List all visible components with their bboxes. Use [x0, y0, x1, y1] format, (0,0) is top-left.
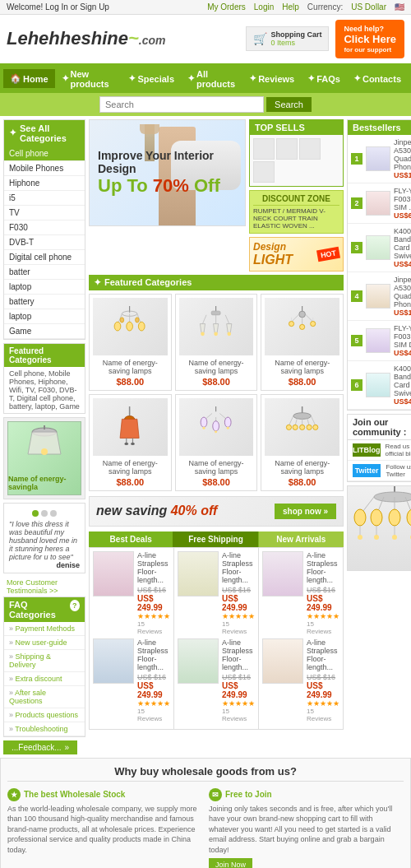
- faq-shipping[interactable]: Shipping & Delivery: [4, 650, 85, 672]
- svg-point-49: [201, 417, 207, 427]
- cart-box[interactable]: 🛒 Shopping Cart 0 Items: [246, 26, 329, 51]
- top-sell-item-4[interactable]: [253, 161, 275, 183]
- sidebar-category-game[interactable]: Game: [4, 324, 85, 339]
- deal-name-3: A-line Strapless Floor-length...: [307, 551, 339, 584]
- svg-point-74: [354, 509, 366, 526]
- nav-item-specials[interactable]: ✦ Specials: [122, 69, 181, 88]
- login-link[interactable]: Log In: [45, 2, 68, 12]
- faq-discount[interactable]: Extra discount: [4, 672, 85, 686]
- featured-product-5[interactable]: Name of energy-saving lamps $88.00: [175, 394, 258, 491]
- dot-3[interactable]: [50, 510, 57, 517]
- sidebar-category-dvbt[interactable]: DVB-T: [4, 235, 85, 250]
- dot-2[interactable]: [41, 510, 48, 517]
- help-button[interactable]: Need help? Click Here for our support: [335, 20, 404, 58]
- bs-img-1: [366, 146, 390, 171]
- nav-item-reviews[interactable]: ✦ Reviews: [242, 69, 301, 88]
- deal-item-4[interactable]: A-line Strapless Floor-length... US$ $16…: [93, 638, 170, 722]
- search-input[interactable]: [99, 96, 264, 113]
- sidebar-category-f030[interactable]: F030: [4, 220, 85, 235]
- deals-col-1: A-line Strapless Floor-length... US$ $16…: [90, 548, 174, 729]
- sidebar-promo[interactable]: Name of energy-savingla: [3, 417, 85, 499]
- deal-item-3[interactable]: A-line Strapless Floor-length... US$ $16…: [262, 551, 339, 635]
- bs-info-5: FLY-YING F003 Dual SIM Dual... US$43.68: [394, 324, 411, 357]
- signup-link[interactable]: Sign Up: [80, 2, 109, 12]
- nav-item-new-products[interactable]: ✦ New products: [55, 65, 122, 93]
- featured-product-6[interactable]: Name of energy-saving lamps $88.00: [261, 394, 344, 491]
- nav-item-all-products[interactable]: ✦ All products: [181, 65, 242, 93]
- deal-reviews-6: 15 Reviews: [307, 708, 339, 722]
- community-twitter[interactable]: Twitter Follow us on Twitter: [348, 461, 411, 481]
- sidebar-category-i5[interactable]: i5: [4, 191, 85, 206]
- shop-now-button[interactable]: shop now »: [275, 504, 336, 519]
- featured-product-1[interactable]: Name of energy-saving lamps $88.00: [89, 294, 172, 391]
- top-sell-item-2[interactable]: [276, 138, 298, 160]
- myorders-link[interactable]: My Orders: [207, 2, 246, 12]
- sidebar-category-mobiles[interactable]: Mobile Phones: [4, 161, 85, 176]
- nav-item-contacts[interactable]: ✦ Contacts: [347, 69, 408, 88]
- community-litb[interactable]: LITBlog Read us on our official blog: [348, 440, 411, 461]
- feedback-arrow-icon: »: [65, 743, 70, 752]
- svg-point-42: [125, 442, 129, 444]
- feedback-button[interactable]: ...Feedback... »: [3, 740, 77, 754]
- sidebar-category-cellphone[interactable]: Cell phone: [4, 146, 85, 161]
- bestseller-1[interactable]: 1 Jinpeng A530 Steel Quad Band Phone... …: [348, 135, 411, 183]
- deal-item-1[interactable]: A-line Strapless Floor-length... US$ $16…: [93, 551, 170, 635]
- featured-product-4[interactable]: Name of energy-saving lamps $88.00: [89, 394, 172, 491]
- svg-point-75: [371, 509, 382, 526]
- faq-products[interactable]: Products questions: [4, 708, 85, 722]
- featured-product-3[interactable]: Name of energy-saving lamps $88.00: [261, 294, 344, 391]
- nav-item-faqs[interactable]: ✦ FAQs: [301, 69, 347, 88]
- hero-discount: Up To 70% Off: [98, 175, 220, 197]
- svg-point-33: [299, 324, 304, 329]
- faq-newuser[interactable]: New user-guide: [4, 636, 85, 650]
- bestseller-5[interactable]: 5 FLY-YING F003 Dual SIM Dual... US$43.6…: [348, 321, 411, 361]
- sidebar-featured-text: Cell phone, Mobile Phones, Hiphone, Wifi…: [4, 367, 85, 413]
- sidebar-category-batter[interactable]: batter: [4, 265, 85, 280]
- bestseller-6[interactable]: 6 K400 Quad Band Dual Card TV Swivel... …: [348, 361, 411, 410]
- help-link[interactable]: Help: [282, 2, 299, 12]
- deal-price-2: US$ 249.99: [222, 594, 255, 612]
- deal-info-1: A-line Strapless Floor-length... US$ $16…: [137, 551, 170, 635]
- welcome-text: Welcome!: [7, 2, 43, 12]
- sidebar-category-hiphone[interactable]: Hiphone: [4, 176, 85, 191]
- sidebar-category-tv[interactable]: TV: [4, 206, 85, 220]
- search-button[interactable]: Search: [266, 97, 312, 112]
- join-button[interactable]: Join Now: [209, 858, 252, 868]
- faq-trouble[interactable]: Troubleshooting: [4, 722, 85, 736]
- deal-item-5[interactable]: A-line Strapless Floor-length... US$ $16…: [178, 638, 255, 722]
- faq-aftersale[interactable]: After sale Questions: [4, 686, 85, 708]
- deal-stars-3: ★★★★★: [307, 612, 339, 620]
- deal-item-6[interactable]: A-line Strapless Floor-length... US$ $16…: [262, 638, 339, 722]
- sidebar-featured-title: Featured Categories: [4, 344, 85, 367]
- nav-item-home[interactable]: 🏠 Home: [3, 69, 55, 88]
- light-text: LIGHT: [253, 253, 293, 267]
- bs-img-3: [366, 235, 390, 260]
- sidebar-category-battery[interactable]: battery: [4, 295, 85, 309]
- bestseller-2[interactable]: 2 FLY-YING F003 Dual SIM ... US$63.68: [348, 183, 411, 224]
- faq-payment[interactable]: Payment Methods: [4, 622, 85, 636]
- bestseller-4[interactable]: 4 Jinpeng A530 Steel Quad Band Phone... …: [348, 272, 411, 321]
- deal-stars-4: ★★★★★: [137, 699, 170, 708]
- logo[interactable]: Lehehheshine~.com: [7, 28, 165, 49]
- deals-grid: A-line Strapless Floor-length... US$ $16…: [89, 547, 344, 730]
- dot-1[interactable]: [32, 510, 39, 517]
- sidebar: ✦ See All Categories Cell phone Mobile P…: [3, 119, 85, 754]
- nav-faqs-label: FAQs: [316, 74, 340, 84]
- svg-marker-23: [227, 323, 232, 332]
- top-sell-item-3[interactable]: [299, 138, 321, 160]
- svg-marker-22: [214, 323, 219, 332]
- deal-orig-2: US$ $16: [222, 586, 255, 594]
- sidebar-category-laptop2[interactable]: laptop: [4, 309, 85, 324]
- svg-point-32: [289, 321, 293, 326]
- bs-info-4: Jinpeng A530 Steel Quad Band Phone... US…: [394, 276, 411, 317]
- sidebar-category-laptop1[interactable]: laptop: [4, 280, 85, 295]
- testimonials-link[interactable]: More Customer Testimonials >>: [3, 577, 85, 596]
- sidebar-category-digital[interactable]: Digital cell phone: [4, 250, 85, 265]
- top-sell-item-1[interactable]: [253, 138, 275, 160]
- bestseller-3[interactable]: 3 K400 Quad Band Dual Card TV Swivel... …: [348, 224, 411, 272]
- deal-item-2[interactable]: A-line Strapless Floor-length... US$ $16…: [178, 551, 255, 635]
- featured-product-2[interactable]: Name of energy-saving lamps $88.00: [175, 294, 258, 391]
- deals-section: Best Deals Free Shipping New Arrivals A-…: [89, 531, 344, 730]
- currency-value: US Dollar: [351, 2, 386, 12]
- login-btn[interactable]: Login: [254, 2, 274, 12]
